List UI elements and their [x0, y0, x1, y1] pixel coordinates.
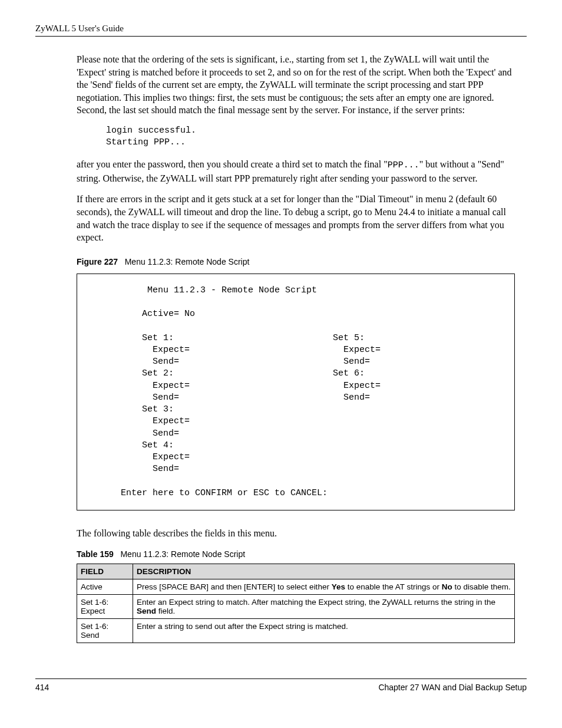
td-field: Set 1-6: Expect: [77, 594, 133, 618]
paragraph-3: If there are errors in the script and it…: [77, 193, 515, 243]
table-caption-text: Menu 11.2.3: Remote Node Script: [120, 549, 245, 559]
menu-box: Menu 11.2.3 - Remote Node Script Active=…: [77, 274, 515, 511]
td-desc: Press [SPACE BAR] and then [ENTER] to se…: [133, 579, 515, 594]
row0-c: to enable the AT strings or: [345, 582, 442, 591]
row1-c: field.: [156, 607, 175, 615]
page-content: Please note that the ordering of the set…: [77, 53, 515, 643]
td-field: Active: [77, 579, 133, 594]
td-desc: Enter an Expect string to match. After m…: [133, 594, 515, 618]
table-row: Set 1-6: Expect Enter an Expect string t…: [77, 594, 515, 618]
th-field: FIELD: [77, 564, 133, 579]
table-row: Active Press [SPACE BAR] and then [ENTER…: [77, 579, 515, 594]
page-footer: 414 Chapter 27 WAN and Dial Backup Setup: [35, 678, 527, 692]
row0-d: to disable them.: [452, 582, 511, 591]
row0-b1: Yes: [332, 582, 345, 591]
td-desc: Enter a string to send out after the Exp…: [133, 618, 515, 643]
table-label: Table 159: [77, 549, 114, 559]
paragraph-1: Please note that the ordering of the set…: [77, 53, 515, 117]
para2-mono: PPP...: [388, 160, 419, 170]
page-number: 414: [35, 683, 49, 692]
th-desc: DESCRIPTION: [133, 564, 515, 579]
figure-caption-text: Menu 11.2.3: Remote Node Script: [125, 257, 250, 266]
header-rule: [35, 36, 527, 37]
table-caption: Table 159 Menu 11.2.3: Remote Node Scrip…: [77, 549, 515, 559]
para2-a: after you enter the password, then you s…: [77, 159, 388, 169]
table-row: Set 1-6: Send Enter a string to send out…: [77, 618, 515, 643]
figure-caption: Figure 227 Menu 11.2.3: Remote Node Scri…: [77, 257, 515, 266]
table-header-row: FIELD DESCRIPTION: [77, 564, 515, 579]
chapter-title: Chapter 27 WAN and Dial Backup Setup: [378, 683, 527, 692]
paragraph-4: The following table describes the fields…: [77, 527, 515, 540]
row1-a: Enter an Expect string to match. After m…: [137, 598, 495, 607]
row0-a: Press [SPACE BAR] and then [ENTER] to se…: [137, 582, 332, 591]
description-table: FIELD DESCRIPTION Active Press [SPACE BA…: [77, 564, 515, 643]
code-block-login: login successful. Starting PPP...: [106, 125, 515, 149]
running-header: ZyWALL 5 User's Guide: [35, 24, 527, 34]
paragraph-2: after you enter the password, then you s…: [77, 158, 515, 185]
row1-b1: Send: [137, 607, 156, 615]
figure-label: Figure 227: [77, 257, 118, 266]
td-field: Set 1-6: Send: [77, 618, 133, 643]
row0-b2: No: [442, 582, 452, 591]
